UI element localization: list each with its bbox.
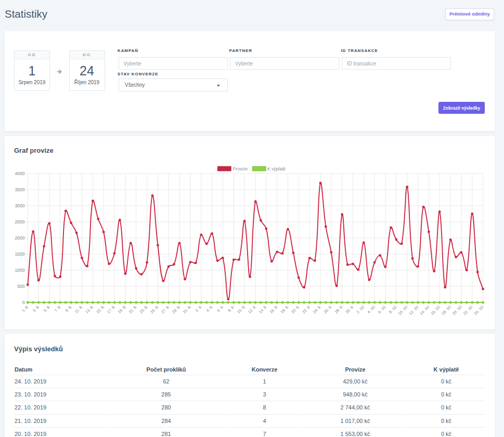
svg-text:10. 9.: 10. 9. [236, 304, 247, 315]
svg-text:1000: 1000 [15, 268, 24, 273]
svg-text:24. 9.: 24. 9. [312, 304, 322, 315]
svg-text:4000: 4000 [15, 171, 24, 176]
svg-text:20. 10.: 20. 10. [451, 304, 463, 316]
svg-text:4. 9.: 4. 9. [205, 304, 214, 313]
svg-text:9. 8.: 9. 8. [64, 304, 73, 313]
svg-text:0: 0 [22, 300, 25, 305]
svg-text:27. 8.: 27. 8. [160, 304, 171, 315]
svg-text:6. 9.: 6. 9. [216, 304, 225, 313]
svg-text:25. 8.: 25. 8. [149, 304, 160, 315]
svg-text:20. 9.: 20. 9. [290, 304, 301, 315]
svg-text:2500: 2500 [15, 219, 24, 224]
svg-text:12. 9.: 12. 9. [247, 304, 257, 315]
svg-text:2. 9.: 2. 9. [195, 304, 203, 313]
svg-text:17. 8.: 17. 8. [106, 304, 117, 315]
svg-text:24. 10.: 24. 10. [473, 304, 485, 316]
svg-text:10. 10.: 10. 10. [397, 304, 409, 316]
svg-text:7. 8.: 7. 8. [54, 304, 62, 313]
svg-text:16. 9.: 16. 9. [269, 304, 279, 315]
svg-text:4. 10.: 4. 10. [366, 304, 377, 315]
svg-text:21. 8.: 21. 8. [128, 304, 138, 315]
svg-text:26. 9.: 26. 9. [323, 304, 333, 315]
svg-text:3500: 3500 [15, 187, 24, 192]
svg-text:22. 10.: 22. 10. [462, 304, 474, 316]
svg-text:16. 10.: 16. 10. [430, 304, 442, 316]
svg-text:8. 9.: 8. 9. [227, 304, 236, 313]
svg-text:6. 10.: 6. 10. [377, 304, 387, 315]
svg-text:14. 10.: 14. 10. [419, 304, 431, 316]
svg-text:18. 9.: 18. 9. [279, 304, 290, 315]
svg-text:2000: 2000 [15, 235, 24, 241]
svg-text:8. 10.: 8. 10. [388, 304, 398, 315]
svg-text:11. 8.: 11. 8. [74, 304, 84, 314]
svg-text:22. 9.: 22. 9. [301, 304, 312, 315]
svg-text:31. 8.: 31. 8. [182, 304, 192, 315]
svg-text:18. 10.: 18. 10. [441, 304, 453, 316]
svg-text:28. 9.: 28. 9. [334, 304, 344, 315]
svg-text:500: 500 [17, 284, 24, 289]
svg-text:15. 8.: 15. 8. [95, 304, 106, 315]
svg-text:14. 9.: 14. 9. [258, 304, 268, 315]
svg-text:23. 8.: 23. 8. [138, 304, 149, 315]
svg-text:29. 8.: 29. 8. [171, 304, 182, 315]
svg-text:Provize: Provize [233, 166, 248, 171]
svg-text:2. 10.: 2. 10. [355, 304, 366, 315]
svg-text:1. 8.: 1. 8. [21, 304, 30, 313]
svg-text:19. 8.: 19. 8. [117, 304, 127, 315]
svg-text:12. 10.: 12. 10. [408, 304, 420, 316]
svg-text:K výplatě: K výplatě [267, 166, 286, 171]
svg-text:13. 8.: 13. 8. [84, 304, 95, 315]
svg-text:5. 8.: 5. 8. [43, 304, 51, 313]
svg-text:1500: 1500 [15, 251, 24, 257]
svg-text:3000: 3000 [15, 203, 24, 208]
svg-text:3. 8.: 3. 8. [32, 304, 41, 313]
svg-text:30. 9.: 30. 9. [344, 304, 355, 315]
